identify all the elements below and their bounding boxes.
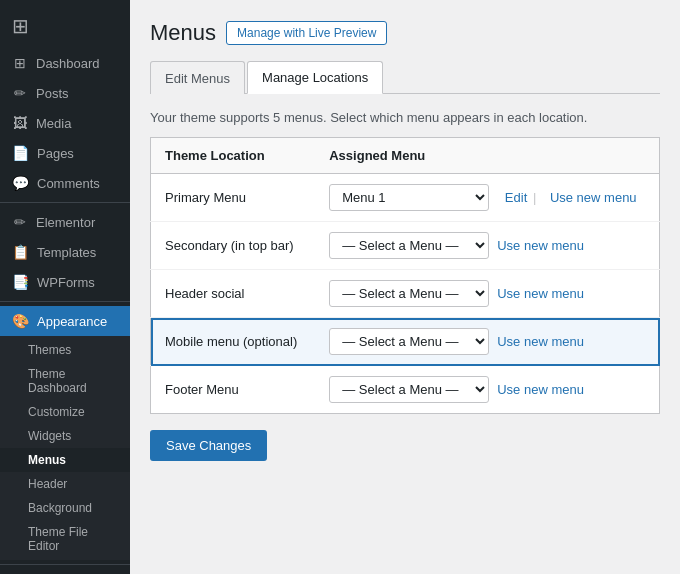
sidebar-logo: ⊞ — [0, 0, 130, 48]
sidebar-sub-menus[interactable]: Menus — [0, 448, 130, 472]
sidebar-item-label: WPForms — [37, 275, 95, 290]
location-name: Header social — [165, 286, 245, 301]
sidebar-divider-2 — [0, 301, 130, 302]
sidebar-sub-themes[interactable]: Themes — [0, 338, 130, 362]
page-description: Your theme supports 5 menus. Select whic… — [150, 110, 660, 125]
use-new-menu-link-primary[interactable]: Use new menu — [550, 190, 637, 205]
sidebar: ⊞ ⊞ Dashboard ✏ Posts 🖼 Media 📄 Pages 💬 … — [0, 0, 130, 574]
wpforms-icon: 📑 — [12, 274, 29, 290]
sidebar-sub-customize[interactable]: Customize — [0, 400, 130, 424]
wp-icon: ⊞ — [12, 14, 29, 38]
col-menu: Assigned Menu — [315, 138, 659, 174]
media-icon: 🖼 — [12, 115, 28, 131]
sidebar-item-comments[interactable]: 💬 Comments — [0, 168, 130, 198]
pages-icon: 📄 — [12, 145, 29, 161]
sidebar-sub-background[interactable]: Background — [0, 496, 130, 520]
appearance-submenu: Themes Theme Dashboard Customize Widgets… — [0, 336, 130, 560]
sidebar-item-label: Posts — [36, 86, 69, 101]
use-new-menu-link-secondary[interactable]: Use new menu — [497, 238, 584, 253]
location-name: Footer Menu — [165, 382, 239, 397]
tab-manage-locations[interactable]: Manage Locations — [247, 61, 383, 94]
link-sep-2: | — [533, 190, 540, 205]
sidebar-sub-widgets[interactable]: Widgets — [0, 424, 130, 448]
dashboard-icon: ⊞ — [12, 55, 28, 71]
manage-preview-button[interactable]: Manage with Live Preview — [226, 21, 387, 45]
location-name: Mobile menu (optional) — [165, 334, 297, 349]
sidebar-divider-3 — [0, 564, 130, 565]
table-row: Primary MenuMenu 1 Edit | Use new menu — [151, 174, 660, 222]
menu-select-primary[interactable]: Menu 1 — [329, 184, 489, 211]
sidebar-item-appearance[interactable]: 🎨 Appearance — [0, 306, 130, 336]
sidebar-item-label: Appearance — [37, 314, 107, 329]
locations-table: Theme Location Assigned Menu Primary Men… — [150, 137, 660, 414]
sidebar-item-elementor[interactable]: ✏ Elementor — [0, 207, 130, 237]
table-row: Secondary (in top bar)— Select a Menu —U… — [151, 222, 660, 270]
sidebar-sub-theme-dashboard[interactable]: Theme Dashboard — [0, 362, 130, 400]
sidebar-item-wpforms[interactable]: 📑 WPForms — [0, 267, 130, 297]
tabs-row: Edit Menus Manage Locations — [150, 60, 660, 94]
sidebar-item-label: Elementor — [36, 215, 95, 230]
location-name: Secondary (in top bar) — [165, 238, 294, 253]
col-location: Theme Location — [151, 138, 316, 174]
appearance-icon: 🎨 — [12, 313, 29, 329]
menu-select-footer[interactable]: — Select a Menu — — [329, 376, 489, 403]
sidebar-item-label: Pages — [37, 146, 74, 161]
link-sep — [491, 190, 495, 205]
main-content: Menus Manage with Live Preview Edit Menu… — [130, 0, 680, 574]
sidebar-item-posts[interactable]: ✏ Posts — [0, 78, 130, 108]
menu-select-mobile-menu[interactable]: — Select a Menu — — [329, 328, 489, 355]
table-row: Mobile menu (optional)— Select a Menu —U… — [151, 318, 660, 366]
elementor-icon: ✏ — [12, 214, 28, 230]
use-new-menu-link-mobile-menu[interactable]: Use new menu — [497, 334, 584, 349]
tab-edit-menus[interactable]: Edit Menus — [150, 61, 245, 94]
sidebar-item-plugins[interactable]: 🔌 Plugins — [0, 569, 130, 574]
menu-select-header-social[interactable]: — Select a Menu — — [329, 280, 489, 307]
sidebar-item-templates[interactable]: 📋 Templates — [0, 237, 130, 267]
edit-menu-link[interactable]: Edit — [505, 190, 527, 205]
menu-select-secondary[interactable]: — Select a Menu — — [329, 232, 489, 259]
location-name: Primary Menu — [165, 190, 246, 205]
save-changes-button[interactable]: Save Changes — [150, 430, 267, 461]
sidebar-item-label: Media — [36, 116, 71, 131]
sidebar-item-media[interactable]: 🖼 Media — [0, 108, 130, 138]
use-new-menu-link-footer[interactable]: Use new menu — [497, 382, 584, 397]
sidebar-sub-header[interactable]: Header — [0, 472, 130, 496]
table-row: Header social— Select a Menu —Use new me… — [151, 270, 660, 318]
templates-icon: 📋 — [12, 244, 29, 260]
use-new-menu-link-header-social[interactable]: Use new menu — [497, 286, 584, 301]
sidebar-item-pages[interactable]: 📄 Pages — [0, 138, 130, 168]
page-title-row: Menus Manage with Live Preview — [150, 20, 660, 46]
sidebar-item-dashboard[interactable]: ⊞ Dashboard — [0, 48, 130, 78]
sidebar-item-label: Comments — [37, 176, 100, 191]
page-title: Menus — [150, 20, 216, 46]
sidebar-item-label: Templates — [37, 245, 96, 260]
comments-icon: 💬 — [12, 175, 29, 191]
sidebar-divider-1 — [0, 202, 130, 203]
sidebar-item-label: Dashboard — [36, 56, 100, 71]
posts-icon: ✏ — [12, 85, 28, 101]
sidebar-sub-theme-file-editor[interactable]: Theme File Editor — [0, 520, 130, 558]
table-row: Footer Menu— Select a Menu —Use new menu — [151, 366, 660, 414]
